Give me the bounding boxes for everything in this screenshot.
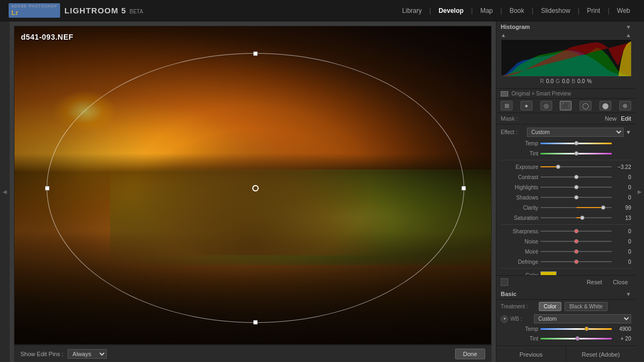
basic-tint-thumb[interactable] bbox=[575, 336, 580, 341]
mask-new-btn[interactable]: New bbox=[605, 115, 617, 122]
histogram-dropdown-icon[interactable]: ▼ bbox=[626, 24, 631, 30]
sharpness-slider[interactable] bbox=[540, 227, 612, 235]
g-value: 0.0 bbox=[562, 78, 569, 84]
shadow-clipping-icon[interactable]: ▲ bbox=[501, 32, 506, 38]
rgb-values: R 0.0 G 0.0 B 0.0 % bbox=[501, 78, 631, 84]
clarity-label: Clarity bbox=[501, 205, 538, 211]
moire-value: 0 bbox=[614, 249, 631, 255]
defringe-row: Defringe 0 bbox=[501, 257, 631, 266]
nav-print[interactable]: Print bbox=[582, 5, 606, 17]
temp-slider[interactable] bbox=[540, 139, 612, 147]
highlight-clipping-icon[interactable]: ▲ bbox=[626, 32, 631, 38]
lr-badge: ADOBE PHOTOSHOP Lr bbox=[9, 3, 60, 18]
noise-row: Noise 0 bbox=[501, 237, 631, 246]
basic-temp-row: Temp 4900 bbox=[496, 324, 635, 333]
close-btn[interactable]: Close bbox=[610, 278, 631, 286]
reset-adobe-button[interactable]: Reset (Adobe) bbox=[566, 346, 635, 362]
clarity-slider[interactable] bbox=[540, 204, 612, 211]
temp-thumb[interactable] bbox=[574, 141, 579, 145]
nav-web[interactable]: Web bbox=[612, 5, 635, 17]
nav-bottom: Previous Reset (Adobe) bbox=[496, 346, 635, 362]
tint-thumb[interactable] bbox=[574, 151, 579, 156]
brush-tool[interactable]: ⬤ bbox=[599, 101, 611, 110]
basic-tint-label: Tint bbox=[501, 336, 538, 342]
histogram-title: Histogram bbox=[501, 24, 530, 30]
moire-slider[interactable] bbox=[540, 248, 612, 255]
basic-toggle-icon[interactable]: ▼ bbox=[626, 291, 631, 297]
preview-text: Original + Smart Preview bbox=[511, 91, 571, 97]
defringe-label: Defringe bbox=[501, 259, 538, 265]
radial-overlay bbox=[14, 26, 491, 344]
color-treatment-btn[interactable]: Color bbox=[539, 302, 561, 311]
basic-tint-slider[interactable] bbox=[540, 335, 612, 342]
percent-sign: % bbox=[587, 78, 592, 84]
spot-removal-tool[interactable]: ● bbox=[521, 101, 532, 110]
shadows-slider[interactable] bbox=[540, 194, 612, 201]
mask-header: Mask : New Edit bbox=[496, 113, 635, 124]
contrast-thumb[interactable] bbox=[574, 175, 579, 179]
beta-label: BETA bbox=[129, 9, 143, 14]
shadows-thumb[interactable] bbox=[574, 195, 579, 200]
exposure-slider[interactable] bbox=[540, 163, 612, 171]
crop-tool[interactable]: ⊞ bbox=[501, 101, 513, 110]
exposure-row: Exposure −3.22 bbox=[501, 162, 631, 171]
nav-develop[interactable]: Develop bbox=[433, 5, 469, 17]
highlights-slider[interactable] bbox=[540, 183, 612, 191]
moire-thumb[interactable] bbox=[574, 249, 579, 254]
effect-arrow-icon[interactable]: ▼ bbox=[626, 129, 631, 135]
effect-select[interactable]: Custom Soften Skin Teeth Whitening bbox=[527, 128, 624, 137]
left-panel-toggle[interactable]: ◀ bbox=[0, 21, 10, 362]
noise-slider[interactable] bbox=[540, 238, 612, 245]
wb-select[interactable]: Custom As Shot Auto Daylight Cloudy Flas… bbox=[534, 314, 631, 323]
saturation-label: Saturation bbox=[501, 215, 538, 221]
saturation-slider[interactable] bbox=[540, 214, 612, 221]
defringe-thumb[interactable] bbox=[574, 260, 579, 264]
mask-edit-btn[interactable]: Edit bbox=[621, 115, 631, 122]
previous-button[interactable]: Previous bbox=[496, 346, 566, 362]
target-tool[interactable]: ⊕ bbox=[619, 101, 631, 110]
basic-temp-slider[interactable] bbox=[540, 325, 612, 333]
sharpness-label: Sharpness bbox=[501, 228, 538, 234]
contrast-slider[interactable] bbox=[540, 173, 612, 181]
exposure-label: Exposure bbox=[501, 164, 538, 170]
graduated-filter-tool[interactable]: ⬛ bbox=[560, 101, 572, 110]
preview-icon[interactable] bbox=[501, 91, 508, 97]
clarity-thumb[interactable] bbox=[601, 205, 605, 210]
panel-icon[interactable] bbox=[501, 278, 508, 286]
exposure-thumb[interactable] bbox=[556, 165, 560, 169]
main-layout: ◀ d541-09 bbox=[0, 21, 644, 362]
color-swatch[interactable] bbox=[540, 271, 557, 275]
tint-row: Tint bbox=[501, 149, 631, 158]
nav-slideshow[interactable]: Slideshow bbox=[536, 5, 576, 17]
highlights-thumb[interactable] bbox=[574, 185, 579, 189]
left-arrow-icon: ◀ bbox=[3, 189, 7, 195]
right-panel: Histogram ▼ ▲ ▲ bbox=[496, 21, 635, 362]
contrast-row: Contrast 0 bbox=[501, 173, 631, 181]
center-area: d541-093.NEF Show Edit Pins : Always Nev… bbox=[10, 21, 496, 362]
nav-map[interactable]: Map bbox=[475, 5, 498, 17]
histogram-section: Histogram ▼ ▲ ▲ bbox=[496, 21, 635, 89]
basic-temp-thumb[interactable] bbox=[584, 327, 589, 331]
highlights-row: Highlights 0 bbox=[501, 183, 631, 191]
saturation-thumb[interactable] bbox=[580, 216, 584, 220]
highlights-value: 0 bbox=[614, 184, 631, 190]
radial-filter-tool[interactable]: ◯ bbox=[580, 101, 591, 110]
nav-library[interactable]: Library bbox=[397, 5, 427, 17]
done-button[interactable]: Done bbox=[455, 349, 485, 359]
b-label: B bbox=[572, 78, 575, 84]
nav-book[interactable]: Book bbox=[504, 5, 529, 17]
right-panel-toggle[interactable]: ▶ bbox=[635, 21, 644, 362]
contrast-label: Contrast bbox=[501, 174, 538, 180]
tint-slider[interactable] bbox=[540, 150, 612, 157]
sharpness-thumb[interactable] bbox=[574, 229, 579, 233]
header: ADOBE PHOTOSHOP Lr LIGHTROOM 5 BETA Libr… bbox=[0, 0, 644, 21]
eyedropper-icon[interactable]: ✦ bbox=[501, 315, 508, 323]
defringe-slider[interactable] bbox=[540, 258, 612, 265]
show-edit-pins-select[interactable]: Always Never Selected Auto bbox=[68, 349, 107, 359]
bw-treatment-btn[interactable]: Black & White bbox=[565, 302, 608, 311]
reset-btn[interactable]: Reset bbox=[583, 278, 605, 286]
red-eye-tool[interactable]: ◎ bbox=[540, 101, 552, 110]
noise-thumb[interactable] bbox=[574, 239, 579, 243]
tint-label: Tint bbox=[501, 151, 538, 157]
treatment-row: Treatment : Color Black & White bbox=[496, 300, 635, 313]
